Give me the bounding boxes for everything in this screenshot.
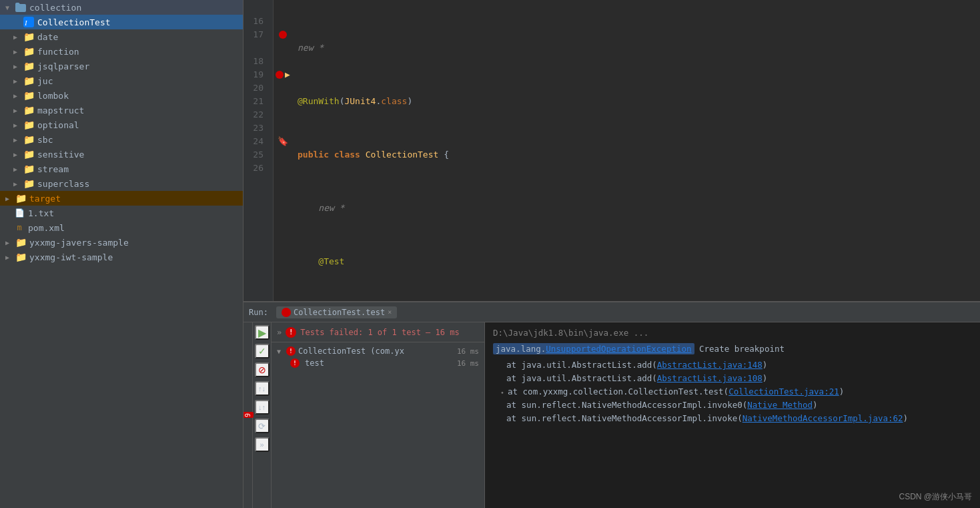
- sidebar-item-jsqlparser[interactable]: ▶ 📁 jsqlparser: [0, 59, 243, 73]
- run-label: Run:: [249, 308, 268, 317]
- folder-function-icon: 📁: [23, 45, 35, 57]
- folder-icon: [15, 1, 27, 13]
- stack-line-3-container: ⬩ at com.yxxmg.collection.CollectionTest…: [500, 385, 972, 399]
- bottom-panel: Run: CollectionTest.test × 9 ▶ ✓ ⊘: [243, 301, 980, 508]
- sidebar-item-1txt[interactable]: 📄 1.txt: [0, 206, 243, 220]
- run-tab-collection-test[interactable]: CollectionTest.test ×: [276, 306, 397, 318]
- sidebar-item-optional[interactable]: ▶ 📁 optional: [0, 117, 243, 132]
- sidebar-item-label: date: [37, 32, 58, 42]
- exception-link[interactable]: UnsupportedOperationException: [546, 344, 691, 354]
- expand-arrow: ▶: [13, 48, 23, 55]
- expand-arrow: ▶: [13, 92, 23, 99]
- sidebar-item-juc[interactable]: ▶ 📁 juc: [0, 73, 243, 88]
- test-tree-item-test[interactable]: ! test 16 ms: [272, 357, 484, 369]
- sidebar-item-label: sensitive: [37, 150, 84, 160]
- sidebar-item-label: yxxmg-iwt-sample: [29, 252, 113, 262]
- sort-desc-button[interactable]: ↓↑: [255, 400, 270, 415]
- sidebar-item-yxxmg-javers[interactable]: ▶ 📁 yxxmg-javers-sample: [0, 235, 243, 250]
- gutter: ▶ 🔖: [274, 0, 292, 301]
- sidebar-item-sensitive[interactable]: ▶ 📁 sensitive: [0, 147, 243, 162]
- test-error-icon: !: [286, 346, 296, 356]
- expand-arrow: ▶: [5, 254, 15, 261]
- exception-line: java.lang.UnsupportedOperationException …: [493, 342, 972, 356]
- run-tab-error-icon: [282, 308, 291, 317]
- code-line-16: @RunWith(JUnit4.class): [298, 95, 980, 108]
- stack-bookmark-icon: ⬩: [500, 385, 505, 399]
- play-button[interactable]: ▶: [255, 325, 270, 340]
- stack-link-1[interactable]: AbstractList.java:148: [657, 360, 763, 370]
- test-class-time: 16 ms: [457, 347, 479, 356]
- run-toolbar: ▶ ✓ ⊘ ↑↓ ↓↑ ⟳ »: [253, 322, 272, 508]
- rerun-button[interactable]: ⟳: [255, 419, 270, 433]
- stack-link-4[interactable]: Native Method: [747, 400, 813, 410]
- code-line-18: @Test: [298, 255, 980, 268]
- sidebar-item-mapstruct[interactable]: ▶ 📁 mapstruct: [0, 103, 243, 117]
- folder-mapstruct-icon: 📁: [23, 104, 35, 116]
- double-arrow-icon: »: [277, 328, 282, 337]
- sidebar-item-yxxmg-iwt[interactable]: ▶ 📁 yxxmg-iwt-sample: [0, 250, 243, 264]
- file-pom-icon: m: [13, 222, 25, 234]
- stack-line-2: at java.util.AbstractList.add(AbstractLi…: [506, 372, 972, 385]
- bookmark-icon: 🔖: [278, 135, 288, 148]
- sidebar-item-target[interactable]: ▶ 📁 target: [0, 191, 243, 206]
- line-numbers: 16 17 18 19 20 21 22 23 24 25 26: [243, 0, 274, 301]
- sort-asc-button[interactable]: ↑↓: [255, 381, 270, 396]
- bottom-content: 9 ▶ ✓ ⊘ ↑↓ ↓↑ ⟳ » » !: [243, 322, 980, 508]
- test-fail-icon: !: [286, 327, 296, 338]
- sidebar-item-date[interactable]: ▶ 📁 date: [0, 29, 243, 44]
- sidebar-item-label: optional: [37, 120, 79, 130]
- expand-arrow: ▶: [13, 63, 23, 70]
- stack-link-3[interactable]: CollectionTest.java:21: [728, 387, 839, 397]
- breakpoint-17[interactable]: [279, 31, 287, 39]
- close-tab-button[interactable]: ×: [388, 308, 392, 316]
- more-button[interactable]: »: [255, 437, 270, 452]
- sidebar-item-collection[interactable]: ▼ collection: [0, 0, 243, 15]
- stack-link-5[interactable]: NativeMethodAccessorImpl.java:62: [743, 413, 903, 423]
- folder-target-icon: 📁: [15, 192, 27, 204]
- sidebar-item-label: jsqlparser: [37, 61, 89, 71]
- sidebar-item-label: target: [29, 194, 61, 204]
- sidebar-item-sbc[interactable]: ▶ 📁 sbc: [0, 132, 243, 147]
- expand-arrow: ▶: [13, 107, 23, 114]
- stack-line-5: at sun.reflect.NativeMethodAccessorImpl.…: [506, 412, 972, 425]
- test-method-error-icon: !: [290, 358, 300, 368]
- sidebar-item-label: lombok: [37, 91, 69, 101]
- folder-date-icon: 📁: [23, 31, 35, 43]
- breakpoint-19[interactable]: [276, 71, 284, 79]
- sidebar-item-CollectionTest[interactable]: I CollectionTest: [0, 15, 243, 29]
- folder-iwt-icon: 📁: [15, 251, 27, 263]
- sidebar-item-function[interactable]: ▶ 📁 function: [0, 44, 243, 59]
- sidebar-item-label: function: [37, 47, 79, 57]
- sidebar-item-label: collection: [29, 3, 81, 13]
- check-button[interactable]: ✓: [255, 344, 270, 358]
- sidebar-item-lombok[interactable]: ▶ 📁 lombok: [0, 88, 243, 103]
- test-method-time: 16 ms: [457, 359, 479, 368]
- folder-optional-icon: 📁: [23, 119, 35, 131]
- stop-button[interactable]: ⊘: [255, 362, 270, 377]
- sidebar-item-label: sbc: [37, 135, 53, 145]
- sidebar-item-stream[interactable]: ▶ 📁 stream: [0, 162, 243, 176]
- test-panel: » ! Tests failed: 1 of 1 test – 16 ms ▼ …: [272, 322, 485, 508]
- sidebar-item-pomxml[interactable]: m pom.xml: [0, 220, 243, 235]
- run9-badge: 9: [243, 412, 254, 418]
- sidebar-item-superclass[interactable]: ▶ 📁 superclass: [0, 176, 243, 191]
- sidebar-item-label: CollectionTest: [37, 17, 111, 27]
- file-txt-icon: 📄: [13, 207, 25, 219]
- output-cmd: D:\Java\jdk1.8\bin\java.exe ...: [493, 326, 972, 340]
- create-breakpoint-text: Create breakpoint: [699, 344, 785, 354]
- exception-class-highlight: java.lang.UnsupportedOperationException: [493, 343, 694, 354]
- folder-sbc-icon: 📁: [23, 134, 35, 146]
- stack-link-2[interactable]: AbstractList.java:108: [657, 373, 763, 383]
- folder-jsqlparser-icon: 📁: [23, 60, 35, 72]
- main-area: ▼ collection I CollectionTest ▶ 📁 date: [0, 0, 980, 508]
- test-method-name: test: [305, 358, 324, 368]
- code-content: new * @RunWith(JUnit4.class) public clas…: [292, 0, 980, 301]
- test-tree-item-collectiontest[interactable]: ▼ ! CollectionTest (com.yx 16 ms: [272, 345, 484, 357]
- run-tab-label: CollectionTest.test: [294, 308, 385, 317]
- folder-lombok-icon: 📁: [23, 89, 35, 101]
- sidebar-item-label: mapstruct: [37, 105, 84, 115]
- expand-arrow: ▶: [13, 180, 23, 188]
- test-fail-text: Tests failed: 1 of 1 test – 16 ms: [300, 328, 459, 337]
- sidebar-item-label: yxxmg-javers-sample: [29, 238, 129, 248]
- expand-arrow: ▼: [5, 4, 15, 11]
